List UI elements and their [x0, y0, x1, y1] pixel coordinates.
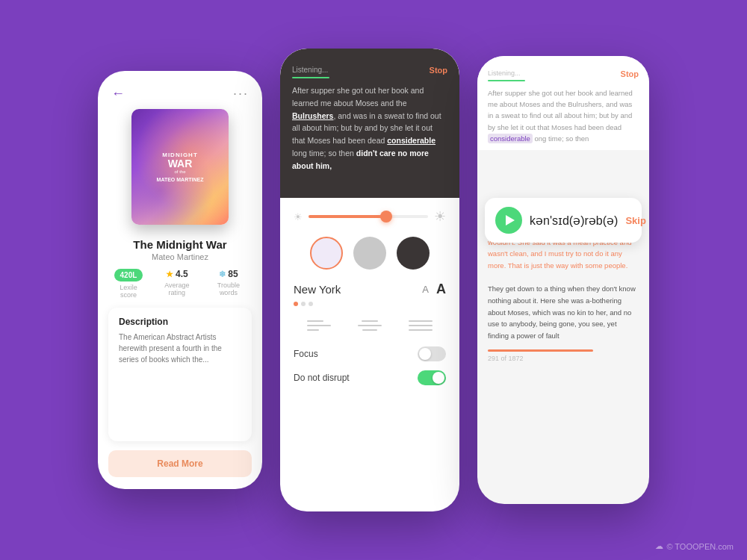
- cover-title-line2: WAR: [157, 158, 204, 169]
- align-center-button[interactable]: [358, 317, 382, 335]
- font-dot-1[interactable]: [294, 302, 298, 306]
- book-cover-wrapper: MIDNIGHT WAR of the MATEO MARTINEZ: [98, 109, 262, 234]
- trouble-value: ❄ 85: [219, 269, 238, 279]
- book-stats: 420L Lexile score ★ 4.5 Average rating ❄…: [98, 269, 262, 308]
- phone1-header: ← ···: [98, 71, 262, 109]
- considerable-highlight[interactable]: considerable: [488, 134, 533, 143]
- listening-indicator: [292, 77, 329, 78]
- more-menu-button[interactable]: ···: [233, 86, 249, 102]
- color-theme-selector: [294, 237, 446, 270]
- rating-value: ★ 4.5: [166, 269, 188, 279]
- theme-white[interactable]: [310, 237, 343, 270]
- description-box: Description The American Abstract Artist…: [108, 308, 252, 441]
- cover-sub: of the: [157, 169, 204, 174]
- brightness-row: ☀ ☀: [294, 208, 446, 225]
- phone-reader-settings: Listening... Stop After supper she got o…: [280, 49, 459, 511]
- phone-dictionary: Listening... Stop After supper she got o…: [477, 56, 649, 504]
- do-not-disrupt-label: Do not disrupt: [294, 373, 350, 383]
- do-not-disrupt-toggle-knob: [433, 372, 444, 384]
- font-dot-3[interactable]: [309, 302, 313, 306]
- back-button[interactable]: ←: [111, 86, 125, 102]
- settings-panel: ☀ ☀ New York A A: [280, 198, 459, 405]
- text-before-bulrushers: After supper she got out her book and le…: [292, 86, 424, 108]
- phone-book-detail: ← ··· MIDNIGHT WAR of the MATEO MARTINEZ…: [98, 71, 262, 489]
- watermark: ☁ © TOOOPEN.com: [655, 541, 734, 551]
- phonetic-text: kən'sɪd(ə)rəb(ə): [530, 214, 618, 228]
- book-title: The Midnight War: [98, 234, 262, 252]
- font-dots: [294, 302, 446, 306]
- rating-label: Average rating: [156, 281, 198, 296]
- font-size-small[interactable]: A: [422, 284, 429, 295]
- trouble-label: Trouble words: [208, 281, 249, 296]
- trouble-number: 85: [228, 269, 238, 279]
- lexile-stat: 420L Lexile score: [111, 269, 146, 299]
- text-before-considerable: After supper she got out her book and le…: [488, 89, 633, 131]
- bulrushers-word[interactable]: Bulrushers: [292, 111, 333, 120]
- play-pronunciation-button[interactable]: [495, 207, 522, 234]
- reading-text-light: After supper she got out her book and le…: [488, 87, 639, 144]
- brightness-high-icon: ☀: [434, 208, 446, 225]
- listening-indicator2: [488, 80, 525, 81]
- slider-fill: [309, 215, 386, 218]
- alignment-row: [294, 317, 446, 335]
- stop-button[interactable]: Stop: [430, 66, 447, 75]
- watermark-icon: ☁: [655, 541, 663, 551]
- rating-stat: ★ 4.5 Average rating: [156, 269, 198, 299]
- dictionary-card: kən'sɪd(ə)rəb(ə) Skip: [485, 198, 642, 243]
- do-not-disrupt-toggle-row: Do not disrupt: [294, 370, 446, 385]
- progress-label: 291 of 1872: [488, 355, 639, 362]
- listening-bar: Listening... Stop: [292, 62, 447, 78]
- phone3-top: Listening... Stop After supper she got o…: [477, 56, 649, 150]
- stop-button2[interactable]: Stop: [621, 69, 639, 78]
- trouble-stat: ❄ 85 Trouble words: [208, 269, 249, 299]
- text-after-considerable2: ong time; so then: [533, 134, 589, 143]
- phone3-scroll: and asked the widow to let me. But she w…: [477, 225, 649, 504]
- align-left-button[interactable]: [307, 317, 331, 335]
- theme-gray[interactable]: [353, 237, 386, 270]
- rating-number: 4.5: [176, 269, 188, 279]
- snowflake-icon: ❄: [219, 270, 226, 279]
- play-icon: [506, 215, 515, 225]
- font-row: New York A A: [294, 281, 446, 297]
- watermark-text: © TOOOPEN.com: [666, 542, 734, 551]
- slider-thumb[interactable]: [380, 211, 392, 223]
- focus-toggle-knob: [419, 348, 431, 360]
- listening-label: Listening...: [292, 66, 328, 74]
- lexile-badge: 420L: [114, 269, 143, 281]
- do-not-disrupt-toggle[interactable]: [418, 370, 446, 385]
- listening-info: Listening...: [292, 62, 329, 78]
- focus-toggle[interactable]: [418, 346, 446, 361]
- listening-label2: Listening...: [488, 69, 525, 77]
- listening-bar2: Listening... Stop: [488, 69, 639, 81]
- brightness-slider[interactable]: [309, 215, 428, 218]
- progress-bar: [488, 349, 593, 352]
- font-dot-2[interactable]: [301, 302, 306, 306]
- font-name: New York: [294, 283, 415, 296]
- cover-author: MATEO MARTINEZ: [157, 177, 204, 182]
- theme-dark[interactable]: [397, 237, 430, 270]
- read-more-button[interactable]: Read More: [108, 450, 252, 477]
- book-cover-text: MIDNIGHT WAR of the MATEO MARTINEZ: [157, 152, 204, 182]
- normal-passage: They get down to a thing when they don't…: [488, 284, 636, 340]
- description-text: The American Abstract Artists herewith p…: [119, 332, 241, 365]
- star-icon: ★: [166, 270, 173, 279]
- skip-button[interactable]: Skip: [625, 215, 645, 226]
- listening-col: Listening...: [488, 69, 525, 81]
- book-author: Mateo Martinez: [98, 252, 262, 269]
- reader-top: Listening... Stop After supper she got o…: [280, 49, 459, 198]
- lexile-label: Lexile score: [111, 284, 146, 299]
- book-cover: MIDNIGHT WAR of the MATEO MARTINEZ: [131, 109, 229, 225]
- considerable-word[interactable]: considerable: [387, 136, 436, 145]
- brightness-low-icon: ☀: [294, 211, 303, 223]
- focus-toggle-row: Focus: [294, 346, 446, 361]
- align-justify-button[interactable]: [409, 317, 433, 335]
- focus-label: Focus: [294, 349, 318, 359]
- progress-row: 291 of 1872: [488, 349, 639, 362]
- phones-container: ← ··· MIDNIGHT WAR of the MATEO MARTINEZ…: [98, 49, 649, 511]
- reading-text-dark: After supper she got out her book and le…: [292, 84, 447, 172]
- text-after-considerable: long time; so then: [292, 149, 356, 158]
- description-title: Description: [119, 317, 241, 327]
- font-size-large[interactable]: A: [436, 281, 446, 297]
